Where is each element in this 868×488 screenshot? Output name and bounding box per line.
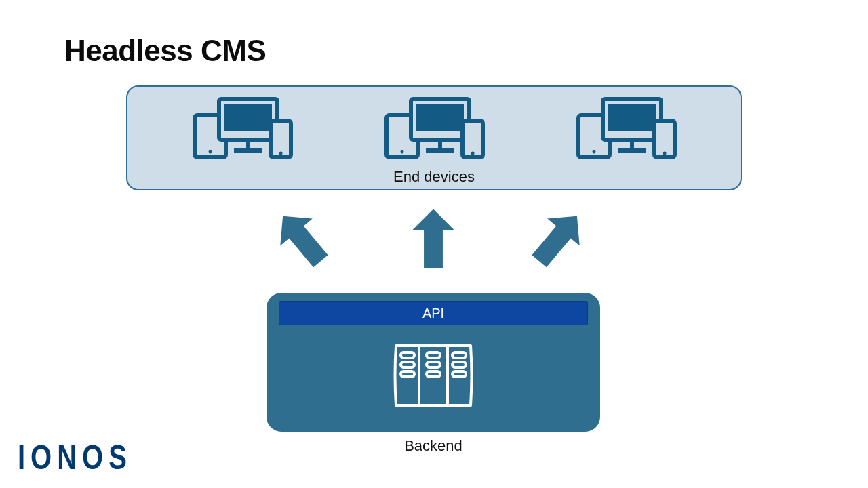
devices-icon bbox=[188, 96, 296, 164]
api-bar: API bbox=[279, 301, 588, 325]
svg-rect-19 bbox=[608, 104, 656, 131]
device-cluster-2 bbox=[380, 96, 488, 164]
svg-point-23 bbox=[663, 152, 666, 155]
svg-rect-34 bbox=[452, 371, 466, 377]
device-cluster-3 bbox=[572, 96, 680, 164]
svg-rect-31 bbox=[427, 371, 440, 377]
svg-point-1 bbox=[209, 150, 212, 154]
end-devices-label: End devices bbox=[393, 168, 475, 186]
svg-rect-32 bbox=[452, 352, 466, 358]
arrow-center-icon bbox=[412, 209, 454, 268]
arrow-left-icon bbox=[267, 203, 336, 274]
arrow-right-icon bbox=[523, 203, 593, 274]
device-cluster-1 bbox=[188, 96, 296, 164]
end-devices-container: End devices bbox=[126, 85, 742, 190]
svg-point-17 bbox=[592, 150, 595, 154]
ionos-logo: IONOS bbox=[18, 439, 132, 476]
svg-rect-33 bbox=[452, 362, 466, 367]
svg-rect-11 bbox=[416, 104, 464, 131]
svg-rect-26 bbox=[401, 352, 414, 358]
svg-rect-30 bbox=[427, 362, 440, 367]
devices-row bbox=[127, 96, 741, 164]
backend-label: Backend bbox=[267, 437, 600, 455]
devices-icon bbox=[380, 96, 488, 164]
svg-rect-28 bbox=[401, 371, 414, 377]
diagram-title: Headless CMS bbox=[64, 34, 266, 68]
svg-rect-3 bbox=[224, 104, 272, 131]
svg-rect-27 bbox=[401, 362, 414, 367]
backend-container: API bbox=[267, 293, 600, 432]
svg-point-7 bbox=[279, 152, 283, 155]
server-icon bbox=[389, 342, 477, 409]
svg-point-9 bbox=[400, 150, 403, 154]
svg-rect-29 bbox=[427, 352, 440, 358]
svg-point-15 bbox=[471, 152, 474, 155]
devices-icon bbox=[572, 96, 680, 164]
